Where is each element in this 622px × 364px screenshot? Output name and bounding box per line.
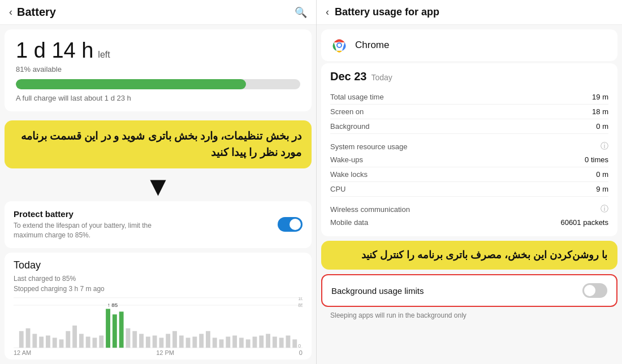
svg-rect-38	[253, 336, 257, 348]
svg-rect-31	[206, 331, 210, 347]
protect-battery-title: Protect battery	[14, 209, 172, 219]
battery-full-charge-text: A full charge will last about 1 d 23 h	[16, 94, 300, 102]
search-icon[interactable]: 🔍	[295, 6, 307, 19]
system-resource-title: System resource usage	[330, 142, 408, 151]
svg-rect-33	[219, 339, 224, 348]
last-charged-label: Last charged to 85%	[14, 275, 303, 283]
battery-info-card: 1 d 14 h left 81% available A full charg…	[5, 29, 312, 111]
svg-rect-16	[106, 309, 110, 348]
mobile-data-label: Mobile data	[330, 218, 368, 227]
battery-chart: ↑ 85 100 85 0	[14, 297, 303, 348]
svg-rect-7	[46, 335, 50, 348]
total-usage-row: Total usage time 19 m	[330, 90, 608, 105]
system-resource-header-row: System resource usage ⓘ	[330, 138, 608, 153]
svg-text:85: 85	[298, 302, 303, 308]
svg-rect-27	[179, 335, 184, 348]
wireless-info-icon[interactable]: ⓘ	[601, 204, 608, 214]
svg-rect-17	[113, 314, 117, 348]
svg-rect-41	[273, 336, 277, 348]
svg-rect-20	[132, 331, 137, 347]
app-name: Chrome	[355, 40, 389, 51]
wireless-title: Wireless communication	[330, 205, 410, 214]
date-header: Dec 23 Today	[330, 70, 608, 83]
svg-rect-43	[286, 335, 291, 348]
info-icon[interactable]: ⓘ	[601, 141, 608, 151]
right-page-title: Battery usage for app	[335, 6, 439, 18]
background-label: Background	[330, 122, 369, 131]
svg-rect-6	[39, 336, 44, 348]
background-usage-label: Background usage limits	[331, 286, 424, 296]
svg-rect-30	[199, 333, 204, 348]
svg-rect-29	[192, 336, 197, 348]
svg-text:0: 0	[298, 343, 301, 348]
wireless-header-row: Wireless communication ⓘ	[330, 201, 608, 215]
cpu-row: CPU 9 m	[330, 182, 608, 197]
total-usage-value: 19 m	[592, 93, 608, 101]
date-section: Dec 23 Today Total usage time 19 m Scree…	[321, 63, 617, 236]
right-panel: ‹ Battery usage for app Ch	[317, 0, 622, 364]
background-usage-row: Background 0 m	[330, 119, 608, 134]
svg-rect-25	[166, 333, 170, 348]
chart-x-labels: 12 AM 12 PM 0	[14, 349, 303, 356]
wake-locks-value: 0 m	[596, 170, 608, 179]
today-section: Today Last charged to 85% Stopped chargi…	[5, 253, 312, 359]
app-row: Chrome	[321, 29, 617, 61]
svg-rect-3	[19, 331, 24, 347]
svg-text:100: 100	[298, 297, 303, 301]
mobile-data-value: 60601 packets	[560, 218, 608, 227]
svg-rect-10	[66, 331, 70, 347]
battery-time: 1 d 14 h left	[16, 38, 300, 63]
protect-battery-text: Protect battery To extend the lifespan o…	[14, 209, 172, 240]
date-label: Dec 23	[330, 70, 367, 83]
back-button[interactable]: ‹	[9, 6, 12, 18]
page-title: Battery	[17, 6, 56, 19]
screen-on-row: Screen on 18 m	[330, 105, 608, 119]
battery-bar-fill	[16, 79, 246, 89]
arrow-down-icon: ▼	[5, 173, 312, 200]
svg-rect-13	[86, 336, 90, 348]
svg-point-53	[338, 44, 341, 47]
svg-rect-4	[26, 328, 31, 347]
protect-battery-description: To extend the lifespan of your battery, …	[14, 221, 172, 240]
protect-battery-toggle[interactable]	[278, 217, 303, 232]
svg-rect-24	[159, 337, 163, 348]
right-header: ‹ Battery usage for app	[317, 0, 622, 25]
battery-bar-container	[16, 79, 300, 89]
svg-rect-11	[72, 326, 77, 348]
wake-locks-row: Wake locks 0 m	[330, 167, 608, 182]
sleeping-apps-text: Sleeping apps will run in the background…	[317, 309, 622, 319]
left-header-left: ‹ Battery	[9, 6, 56, 19]
annotation-bottom: با روشن‌کردن این بخش، مصرف باتری برنامه …	[321, 241, 617, 270]
screen-on-label: Screen on	[330, 107, 364, 116]
background-usage-toggle[interactable]	[582, 283, 607, 298]
today-title: Today	[14, 259, 303, 271]
battery-time-value: 1 d 14 h	[16, 38, 93, 63]
date-today-label: Today	[372, 73, 392, 82]
background-usage-card[interactable]: Background usage limits	[321, 274, 617, 307]
chart-label-12pm: 12 PM	[156, 349, 174, 356]
stopped-charging-label: Stopped charging 3 h 7 m ago	[14, 285, 303, 293]
svg-rect-40	[266, 333, 270, 348]
svg-rect-19	[126, 328, 131, 347]
cpu-value: 9 m	[596, 185, 608, 193]
right-back-button[interactable]: ‹	[326, 6, 329, 18]
svg-text:↑ 85: ↑ 85	[107, 302, 118, 308]
svg-rect-42	[279, 337, 284, 348]
wake-ups-label: Wake-ups	[330, 155, 363, 164]
protect-battery-card: Protect battery To extend the lifespan o…	[5, 201, 312, 248]
annotation-top: در بخش تنظیمات، وارد بخش باتری شوید و در…	[5, 120, 312, 168]
chart-label-12am: 12 AM	[14, 349, 31, 356]
screen-on-value: 18 m	[592, 107, 608, 116]
svg-rect-9	[59, 339, 64, 348]
svg-rect-44	[292, 339, 297, 348]
svg-rect-18	[119, 311, 124, 348]
svg-rect-35	[232, 335, 237, 348]
svg-rect-22	[146, 336, 150, 348]
mobile-data-row: Mobile data 60601 packets	[330, 215, 608, 229]
svg-rect-8	[53, 337, 57, 348]
svg-rect-5	[32, 333, 37, 348]
wake-ups-row: Wake-ups 0 times	[330, 153, 608, 167]
chrome-icon	[330, 36, 348, 54]
total-usage-label: Total usage time	[330, 93, 384, 101]
svg-rect-39	[259, 335, 264, 348]
